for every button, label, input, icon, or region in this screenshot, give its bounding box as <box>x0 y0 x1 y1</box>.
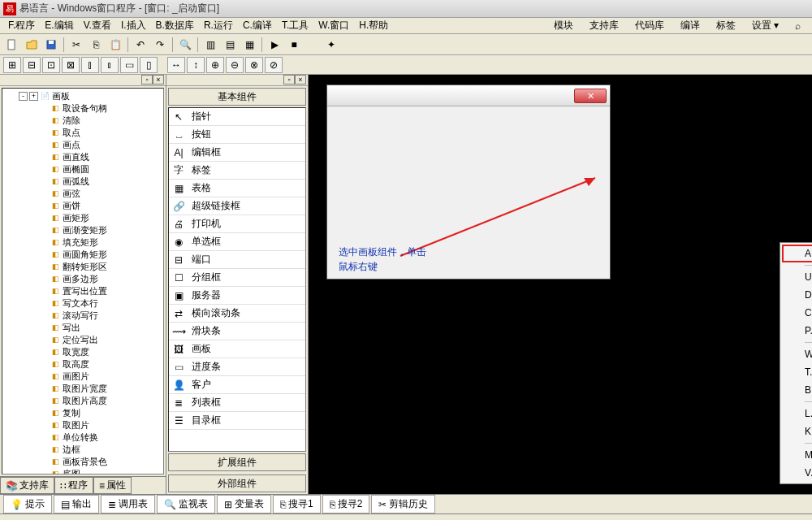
tb-layout3[interactable]: ▦ <box>240 36 258 54</box>
rmenu-supportlib[interactable]: 支持库 <box>581 19 627 32</box>
tb-paste[interactable]: 📋 <box>106 36 124 54</box>
tree-item[interactable]: ◧取图片高度 <box>4 395 162 407</box>
tree-item[interactable]: ◧取高度 <box>4 358 162 370</box>
tab-supportlib[interactable]: 📚支持库 <box>0 477 54 494</box>
menu-program[interactable]: F.程序 <box>3 19 40 32</box>
component-item[interactable]: ▭进度条 <box>169 358 305 376</box>
al-11[interactable]: ⊕ <box>206 57 224 73</box>
component-item[interactable]: ⎵按钮 <box>169 126 305 144</box>
context-menu-item[interactable]: K.解除锁定 <box>782 422 812 440</box>
comp-pin[interactable]: ▫ <box>283 75 295 84</box>
rmenu-module[interactable]: 模块 <box>546 19 581 32</box>
al-3[interactable]: ⊡ <box>42 57 60 73</box>
btab-search2[interactable]: ⎘搜寻2 <box>322 495 370 514</box>
tree-item[interactable]: ◧边框 <box>4 444 162 456</box>
al-10[interactable]: ↕ <box>187 57 205 73</box>
tree-item[interactable]: ◧填充矩形 <box>4 236 162 249</box>
tree-item[interactable]: ◧取图片宽度 <box>4 383 162 395</box>
tb-layout1[interactable]: ▥ <box>201 36 219 54</box>
tree-item[interactable]: ◧画弧线 <box>4 176 162 188</box>
tree-item[interactable]: ◧画弦 <box>4 188 162 200</box>
btab-tips[interactable]: 💡提示 <box>3 495 52 514</box>
tree-item[interactable]: ◧取宽度 <box>4 346 162 358</box>
tree-item[interactable]: ◧画圆角矩形 <box>4 249 162 261</box>
tree-item[interactable]: ◧取设备句柄 <box>4 102 162 115</box>
tb-cut[interactable]: ✂ <box>67 36 85 54</box>
tb-stop[interactable]: ■ <box>285 36 303 54</box>
tb-layout2[interactable]: ▤ <box>221 36 239 54</box>
context-menu-item[interactable]: W.位置及尺寸▸ <box>782 345 812 363</box>
context-menu-item[interactable]: L.锁定 <box>782 405 812 422</box>
menu-edit[interactable]: E.编辑 <box>40 19 78 32</box>
context-menu-item[interactable]: V.预览Ctrl+Enter <box>782 464 812 482</box>
btab-output[interactable]: ▤输出 <box>54 495 99 514</box>
tb-save[interactable] <box>42 36 60 54</box>
design-titlebar[interactable]: ✕ <box>327 85 610 106</box>
component-item[interactable]: ≣列表框 <box>169 394 305 412</box>
al-12[interactable]: ⊖ <box>226 57 244 73</box>
tree-item[interactable]: ◧定位写出 <box>4 334 162 346</box>
tree-item[interactable]: ◧翻转矩形区 <box>4 261 162 273</box>
component-item[interactable]: ⇄横向滚动条 <box>169 305 305 323</box>
design-body[interactable]: 选中画板组件，单击鼠标右键 <box>327 106 610 279</box>
component-item[interactable]: ⊟端口 <box>169 251 305 269</box>
components-external[interactable]: 外部组件 <box>168 474 306 492</box>
rmenu-compile[interactable]: 编译 <box>672 19 708 32</box>
panel-pin[interactable]: ▫ <box>141 75 153 84</box>
menu-run[interactable]: R.运行 <box>199 19 238 32</box>
tab-props[interactable]: ≡属性 <box>93 477 132 494</box>
tb-find[interactable]: 🔍 <box>176 36 194 54</box>
components-header[interactable]: 基本组件 <box>168 88 306 106</box>
components-ext[interactable]: 扩展组件 <box>168 453 306 471</box>
al-8[interactable]: ▯ <box>140 57 158 73</box>
component-item[interactable]: ▦表格 <box>169 180 305 197</box>
al-9[interactable]: ↔ <box>167 57 185 73</box>
tree-item[interactable]: ◧画板背景色 <box>4 456 162 468</box>
menu-tools[interactable]: T.工具 <box>277 19 313 32</box>
component-item[interactable]: ◉单选框 <box>169 233 305 251</box>
component-item[interactable]: 👤客户 <box>169 376 305 394</box>
btab-calls[interactable]: ≣调用表 <box>101 495 155 514</box>
tree-view[interactable]: -+📄画板◧取设备句柄◧清除◧取点◧画点◧画直线◧画椭圆◧画弧线◧画弦◧画饼◧画… <box>2 88 164 474</box>
context-menu-item[interactable]: C.复制Ctrl+C <box>782 304 812 322</box>
al-13[interactable]: ⊗ <box>245 57 263 73</box>
tree-item[interactable]: ◧取图片 <box>4 419 162 431</box>
context-menu-item[interactable]: A.查看数据类型定义 <box>782 245 812 262</box>
rmenu-search[interactable]: ⌕ <box>787 20 809 32</box>
tb-redo[interactable]: ↷ <box>151 36 169 54</box>
component-item[interactable]: 🖼画板 <box>169 340 305 358</box>
menu-compile[interactable]: C.编译 <box>238 19 277 32</box>
al-14[interactable]: ⊘ <box>265 57 283 73</box>
tree-item[interactable]: ◧写文本行 <box>4 297 162 310</box>
tb-open[interactable] <box>23 36 41 54</box>
al-1[interactable]: ⊞ <box>3 57 21 73</box>
al-6[interactable]: ⫾ <box>101 57 119 73</box>
design-close-button[interactable]: ✕ <box>574 89 607 103</box>
context-menu-item[interactable]: M.菜单编辑器Ctrl+E <box>782 446 812 464</box>
tree-item[interactable]: ◧底图 <box>4 468 162 474</box>
context-menu-item[interactable]: D.删除Del <box>782 286 812 304</box>
tb-run[interactable]: ▶ <box>266 36 283 54</box>
tree-item[interactable]: ◧画饼 <box>4 200 162 212</box>
menu-view[interactable]: V.查看 <box>79 19 116 32</box>
tree-item[interactable]: ◧单位转换 <box>4 431 162 444</box>
tb-copy[interactable]: ⎘ <box>87 36 105 54</box>
al-7[interactable]: ▭ <box>120 57 138 73</box>
menu-insert[interactable]: I.插入 <box>116 19 151 32</box>
component-item[interactable]: ↖指针 <box>169 108 305 126</box>
tree-item[interactable]: ◧画椭圆 <box>4 163 162 176</box>
rmenu-settings[interactable]: 设置 ▾ <box>744 19 787 32</box>
tree-item[interactable]: ◧滚动写行 <box>4 310 162 322</box>
rmenu-tags[interactable]: 标签 <box>708 19 744 32</box>
context-menu-item[interactable]: T.到最顶层Ctrl+T <box>782 363 812 381</box>
component-item[interactable]: ⟿滑块条 <box>169 323 305 340</box>
menu-database[interactable]: B.数据库 <box>151 19 199 32</box>
btab-search1[interactable]: ⎘搜寻1 <box>273 495 321 514</box>
component-item[interactable]: ▣服务器 <box>169 287 305 305</box>
tree-item[interactable]: ◧画图片 <box>4 370 162 383</box>
panel-close[interactable]: × <box>153 75 164 84</box>
tree-item[interactable]: ◧画直线 <box>4 151 162 163</box>
tree-item[interactable]: ◧画点 <box>4 139 162 151</box>
rmenu-codelib[interactable]: 代码库 <box>627 19 672 32</box>
tree-item[interactable]: ◧取点 <box>4 127 162 139</box>
